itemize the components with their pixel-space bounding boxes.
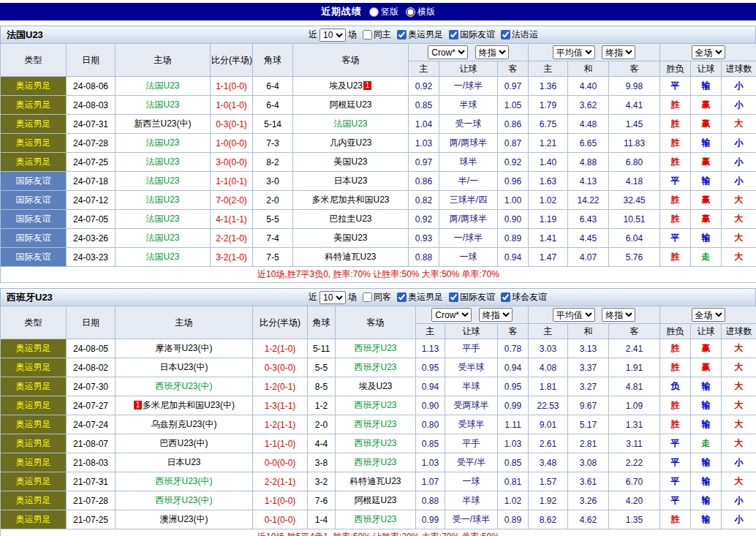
- league-friendly-label: 国际友谊: [460, 29, 495, 41]
- col-asian-away: 客: [498, 61, 529, 77]
- asian-away-odds: 0.89: [498, 510, 529, 529]
- horizontal-radio[interactable]: [406, 7, 415, 17]
- away-team-name: 西班牙U23: [354, 362, 396, 372]
- rank-badge: 1: [363, 81, 371, 90]
- league-club-friendly-option[interactable]: 球会友谊: [497, 291, 547, 303]
- col-result-outcome: 胜负: [660, 324, 691, 339]
- match-row: 奥运男足24-08-03法国U231-0(1-0)6-4阿根廷U230.85半球…: [1, 96, 756, 115]
- match-type: 奥运男足: [1, 134, 67, 153]
- away-team-name: 埃及U23: [329, 80, 363, 91]
- home-team-name: 西班牙U23(中): [155, 476, 212, 486]
- result-outcome: 胜: [660, 115, 691, 134]
- away-team: 巴拉圭U23: [293, 210, 409, 229]
- layout-vertical-option[interactable]: 竖版: [369, 6, 398, 18]
- euro-home-odds: 4.08: [529, 358, 568, 377]
- away-team: 西班牙U23: [336, 510, 416, 529]
- matches-table: 类型 日期 主场 比分(半场) 角球 客场 Crow* 终指 平均值 终指: [0, 306, 756, 536]
- near-label: 近: [309, 29, 317, 41]
- match-type: 国际友谊: [1, 248, 67, 267]
- league-club-friendly-checkbox[interactable]: [501, 292, 510, 302]
- bookmaker-select[interactable]: Crow*: [428, 45, 468, 59]
- average-select[interactable]: 平均值: [553, 308, 595, 322]
- result-outcome: 胜: [660, 96, 691, 115]
- match-row: 奥运男足21-07-31西班牙U23(中)2-2(1-1)3-2科特迪瓦U231…: [1, 472, 756, 491]
- league-other-option[interactable]: 法语运: [497, 29, 538, 41]
- same-venue-option[interactable]: 同客: [359, 291, 391, 303]
- league-friendly-checkbox[interactable]: [449, 30, 458, 39]
- index-type-select[interactable]: 终指: [475, 45, 509, 59]
- asian-home-odds: 0.82: [409, 191, 439, 210]
- home-team-name: 法国U23: [145, 195, 179, 205]
- away-team: 西班牙U23: [336, 453, 416, 472]
- result-handicap: 赢: [691, 153, 722, 172]
- result-handicap: 走: [691, 434, 722, 453]
- asian-handicap: 两/两球半: [439, 134, 498, 153]
- euro-home-odds: 1.57: [529, 472, 568, 491]
- euro-away-odds: 2.22: [609, 453, 660, 472]
- league-olympic-option[interactable]: 奥运男足: [393, 291, 443, 303]
- index-type-select[interactable]: 终指: [479, 308, 513, 322]
- corner-count: 6-4: [253, 77, 293, 96]
- match-row: 奥运男足24-07-25法国U233-0(0-0)8-2美国U230.97球半0…: [1, 153, 756, 172]
- euro-home-odds: 1.21: [529, 134, 568, 153]
- result-goals: 大: [722, 396, 756, 415]
- euro-home-odds: 9.01: [529, 415, 568, 434]
- away-team: 科特迪瓦U23: [336, 472, 416, 491]
- match-type: 国际友谊: [1, 229, 67, 248]
- games-count-select[interactable]: 10: [320, 291, 346, 304]
- league-olympic-checkbox[interactable]: [397, 30, 407, 39]
- index-type-select-2[interactable]: 终指: [602, 45, 635, 59]
- match-date: 21-07-31: [67, 472, 116, 491]
- euro-home-odds: 1.19: [529, 210, 568, 229]
- match-type: 奥运男足: [1, 434, 67, 453]
- result-outcome: 胜: [660, 134, 691, 153]
- league-friendly-option[interactable]: 国际友谊: [445, 291, 495, 303]
- games-count-select[interactable]: 10: [320, 29, 346, 42]
- league-friendly-label: 国际友谊: [460, 291, 495, 303]
- index-type-select-2[interactable]: 终指: [602, 308, 635, 322]
- euro-away-odds: 6.70: [609, 472, 660, 491]
- result-outcome: 负: [660, 377, 691, 396]
- result-handicap: 输: [691, 172, 722, 191]
- vertical-radio[interactable]: [369, 7, 379, 17]
- match-score: 1-2(1-0): [253, 339, 308, 358]
- col-type: 类型: [1, 44, 67, 77]
- home-team-name: 法国U23: [145, 214, 179, 224]
- corner-count: 2-0: [253, 191, 293, 210]
- away-team: 西班牙U23: [336, 434, 416, 453]
- layout-horizontal-option[interactable]: 横版: [406, 6, 435, 18]
- league-olympic-option[interactable]: 奥运男足: [393, 29, 443, 41]
- match-score: 0-0(0-0): [253, 453, 308, 472]
- match-type: 奥运男足: [1, 472, 67, 491]
- asian-home-odds: 1.03: [416, 453, 445, 472]
- average-select[interactable]: 平均值: [553, 45, 595, 59]
- match-score: 0-3(0-1): [211, 115, 253, 134]
- league-other-checkbox[interactable]: [501, 30, 510, 39]
- bookmaker-select[interactable]: Crow*: [431, 308, 472, 322]
- asian-handicap: 半球: [445, 377, 498, 396]
- scope-select[interactable]: 全场: [692, 308, 725, 322]
- same-venue-checkbox[interactable]: [363, 292, 372, 302]
- corner-count: 5-5: [253, 210, 293, 229]
- same-venue-option[interactable]: 同主: [359, 29, 391, 41]
- league-friendly-checkbox[interactable]: [449, 292, 458, 302]
- euro-away-odds: 2.41: [609, 339, 660, 358]
- col-score: 比分(半场): [211, 44, 253, 77]
- summary-row: 近10场,胜5平4负1, 胜率:50% 让胜率:20% 大率:70% 单率:50…: [1, 529, 756, 536]
- league-olympic-checkbox[interactable]: [397, 292, 407, 302]
- league-friendly-option[interactable]: 国际友谊: [445, 29, 495, 41]
- home-team-name: 法国U23: [145, 156, 179, 167]
- home-team-name: 西班牙U23(中): [155, 495, 212, 505]
- result-goals: 大: [722, 229, 756, 248]
- result-outcome: 平: [660, 472, 691, 491]
- euro-away-odds: 1.31: [609, 415, 660, 434]
- scope-select[interactable]: 全场: [692, 45, 725, 59]
- euro-home-odds: 1.41: [529, 229, 568, 248]
- euro-away-odds: 4.41: [609, 96, 660, 115]
- asian-home-odds: 0.86: [409, 172, 439, 191]
- match-date: 21-07-25: [67, 510, 116, 529]
- same-venue-checkbox[interactable]: [363, 30, 372, 39]
- asian-away-odds: 0.94: [498, 248, 529, 267]
- corner-count: 6-4: [253, 96, 293, 115]
- result-outcome: 平: [660, 453, 691, 472]
